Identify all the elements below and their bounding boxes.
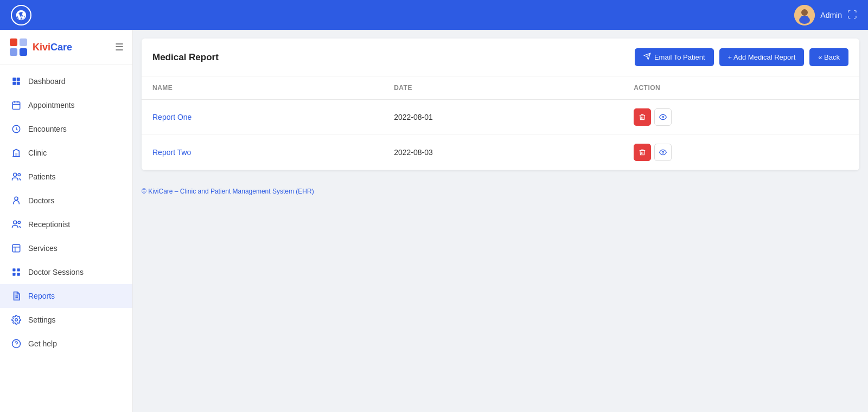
- svg-rect-6: [20, 38, 27, 46]
- svg-rect-10: [12, 82, 16, 85]
- reports-icon: [11, 291, 22, 301]
- logo-text: KiviCare: [33, 42, 72, 53]
- svg-rect-4: [10, 38, 17, 46]
- svg-point-20: [15, 197, 18, 200]
- svg-rect-28: [12, 273, 15, 276]
- action-btns-1: [634, 144, 848, 161]
- sidebar-label-appointments: Appointments: [28, 101, 75, 110]
- logo: KiviCare: [9, 37, 72, 57]
- dashboard-icon: [11, 76, 22, 87]
- receptionist-icon: [11, 219, 22, 230]
- admin-name: Admin: [820, 11, 842, 20]
- sidebar-item-doctor-sessions[interactable]: Doctor Sessions: [0, 260, 132, 284]
- footer: © KiviCare – Clinic and Patient Manageme…: [133, 179, 868, 204]
- sidebar-label-sessions: Doctor Sessions: [28, 268, 84, 276]
- table-row: Report Two 2022-08-03: [142, 135, 859, 170]
- clinic-icon: [11, 147, 22, 158]
- logo-icon: [9, 37, 28, 57]
- sidebar-label-settings: Settings: [28, 316, 56, 324]
- svg-point-22: [18, 221, 21, 224]
- top-bar: Admin ⛶: [0, 0, 868, 30]
- sidebar: KiviCare ☰ Dashboard Appointments: [0, 30, 133, 412]
- expand-icon[interactable]: ⛶: [847, 9, 857, 21]
- sidebar-header: KiviCare ☰: [0, 30, 132, 65]
- delete-button-0[interactable]: [634, 108, 651, 126]
- sidebar-item-patients[interactable]: Patients: [0, 165, 132, 189]
- svg-rect-27: [17, 268, 20, 271]
- sidebar-label-clinic: Clinic: [28, 149, 47, 157]
- services-icon: [11, 243, 22, 254]
- svg-rect-11: [17, 82, 20, 85]
- svg-point-1: [801, 9, 808, 16]
- email-icon: [643, 53, 651, 62]
- back-button[interactable]: « Back: [809, 48, 848, 66]
- appointments-icon: [11, 100, 22, 111]
- sidebar-item-appointments[interactable]: Appointments: [0, 93, 132, 117]
- svg-rect-29: [17, 273, 20, 276]
- card-header: Medical Report Email To Patient + Add Me…: [142, 38, 859, 76]
- table-container: NAME DATE ACTION Report One 2022-08-01: [142, 76, 859, 170]
- sidebar-item-receptionist[interactable]: Receptionist: [0, 213, 132, 236]
- patients-icon: [11, 171, 22, 182]
- sidebar-item-get-help[interactable]: Get help: [0, 332, 132, 356]
- sidebar-item-clinic[interactable]: Clinic: [0, 141, 132, 165]
- svg-rect-8: [12, 78, 16, 81]
- col-action: ACTION: [623, 76, 859, 100]
- svg-rect-17: [15, 153, 18, 157]
- sidebar-label-receptionist: Receptionist: [28, 220, 70, 229]
- avatar: [794, 5, 815, 25]
- sidebar-nav: Dashboard Appointments Encounters: [0, 65, 132, 412]
- svg-point-37: [662, 116, 665, 118]
- sidebar-label-get-help: Get help: [28, 339, 57, 348]
- svg-point-19: [18, 173, 21, 176]
- view-button-0[interactable]: [654, 108, 672, 126]
- add-medical-report-button[interactable]: + Add Medical Report: [719, 48, 805, 66]
- col-date: DATE: [383, 76, 623, 100]
- report-link-1[interactable]: Report Two: [152, 148, 191, 157]
- sidebar-item-doctors[interactable]: Doctors: [0, 189, 132, 213]
- report-link-0[interactable]: Report One: [152, 113, 192, 121]
- col-name: NAME: [142, 76, 383, 100]
- sidebar-item-dashboard[interactable]: Dashboard: [0, 69, 132, 93]
- sidebar-label-services: Services: [28, 244, 58, 253]
- top-bar-left: [11, 5, 31, 25]
- delete-button-1[interactable]: [634, 144, 651, 161]
- svg-rect-12: [12, 102, 20, 110]
- footer-text: © KiviCare – Clinic and Patient Manageme…: [142, 188, 314, 195]
- sidebar-item-encounters[interactable]: Encounters: [0, 117, 132, 141]
- svg-rect-23: [12, 244, 20, 252]
- table-row: Report One 2022-08-01: [142, 100, 859, 135]
- hamburger-icon[interactable]: ☰: [115, 41, 124, 53]
- layout: KiviCare ☰ Dashboard Appointments: [0, 30, 868, 412]
- svg-rect-9: [17, 78, 20, 81]
- card-actions: Email To Patient + Add Medical Report « …: [635, 48, 848, 66]
- svg-point-38: [662, 151, 665, 153]
- encounters-icon: [11, 124, 22, 134]
- svg-point-21: [14, 221, 17, 224]
- wordpress-icon: [11, 5, 31, 25]
- sidebar-label-dashboard: Dashboard: [28, 77, 66, 86]
- settings-icon: [11, 314, 22, 325]
- svg-rect-5: [10, 48, 17, 56]
- top-bar-right: Admin ⛶: [794, 5, 857, 25]
- view-button-1[interactable]: [654, 144, 672, 161]
- svg-rect-3: [801, 16, 808, 18]
- sidebar-label-doctors: Doctors: [28, 196, 54, 205]
- sidebar-item-settings[interactable]: Settings: [0, 308, 132, 332]
- svg-point-18: [14, 173, 17, 176]
- sidebar-item-reports[interactable]: Reports: [0, 284, 132, 308]
- svg-point-32: [15, 319, 18, 321]
- email-patient-button[interactable]: Email To Patient: [635, 48, 714, 66]
- report-date-0: 2022-08-01: [383, 100, 623, 135]
- doctors-icon: [11, 195, 22, 206]
- sidebar-label-reports: Reports: [28, 292, 55, 300]
- sidebar-label-encounters: Encounters: [28, 125, 67, 133]
- sidebar-label-patients: Patients: [28, 172, 56, 181]
- svg-rect-26: [12, 268, 15, 271]
- svg-rect-7: [20, 48, 27, 56]
- medical-report-card: Medical Report Email To Patient + Add Me…: [142, 38, 859, 170]
- sidebar-item-services[interactable]: Services: [0, 236, 132, 260]
- sessions-icon: [11, 267, 22, 278]
- help-icon: [11, 338, 22, 349]
- action-btns-0: [634, 108, 848, 126]
